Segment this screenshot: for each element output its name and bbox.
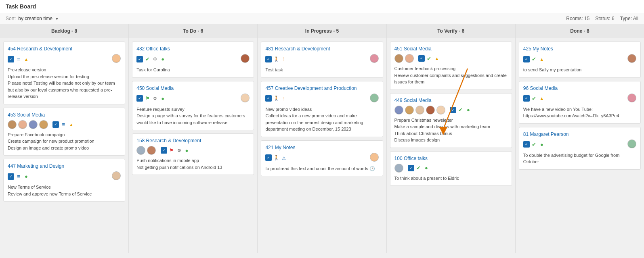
check-green-icon[interactable]: ✔: [531, 56, 537, 62]
card-icon-row: ✓🚶!: [265, 54, 378, 64]
card-title[interactable]: 421 My Notes: [265, 145, 378, 150]
card[interactable]: 457 Creative Development and Production✓…: [261, 81, 383, 137]
column-header-backlog: Backlog - 8: [0, 24, 128, 38]
checkbox-icon[interactable]: ✓: [136, 56, 143, 62]
gear-icon[interactable]: ⚙: [176, 147, 183, 154]
layers-icon[interactable]: ≡: [15, 56, 22, 62]
checkbox-icon[interactable]: ✓: [265, 56, 272, 62]
check-green-icon[interactable]: ✔: [531, 95, 537, 102]
person-icon[interactable]: 🚶: [273, 56, 279, 62]
card-icon-row: ✓🚶!: [265, 94, 378, 104]
status-icons: ✓⚑⚙●: [136, 95, 239, 102]
circle-green-icon[interactable]: ●: [184, 147, 190, 154]
checkbox-icon[interactable]: ✓: [418, 55, 425, 62]
card[interactable]: 425 My Notes✓✔▲to send Sally my presenta…: [519, 42, 641, 78]
card[interactable]: 482 Office talks✓✔⚙●Task for Carolina: [132, 42, 254, 78]
card-title[interactable]: 454 Research & Development: [8, 46, 121, 52]
check-green-icon[interactable]: ✔: [426, 55, 432, 62]
checkbox-icon[interactable]: ✓: [523, 95, 530, 102]
card[interactable]: 451 Social Media ✓✔▲Customer feedback pr…: [390, 42, 512, 90]
chevron-down-icon[interactable]: ▼: [55, 17, 59, 21]
triangle-yellow-icon[interactable]: ▲: [539, 95, 545, 102]
avatar: [241, 54, 250, 63]
card[interactable]: 449 Social Media ✓✔●Prepare Christmas ne…: [390, 93, 512, 148]
person-icon[interactable]: 🚶: [273, 154, 279, 161]
column-body-toverify: 451 Social Media ✓✔▲Customer feedback pr…: [387, 38, 515, 253]
triangle-yellow-icon[interactable]: ▲: [539, 56, 545, 62]
card-text: Feature requests survey Design a page wi…: [136, 106, 250, 126]
checkbox-icon[interactable]: ✓: [523, 56, 530, 62]
checkbox-icon[interactable]: ✓: [450, 107, 456, 113]
triangle-yellow-icon[interactable]: ▲: [68, 121, 74, 128]
checkbox-icon[interactable]: ✓: [265, 154, 272, 161]
card[interactable]: 81 Margaret Pearson✓✔●To double the adve…: [519, 127, 641, 170]
layers-icon[interactable]: ≡: [15, 173, 22, 180]
card-text: Pre-release version Upload the pre-relea…: [8, 67, 121, 100]
checkbox-icon[interactable]: ✓: [52, 121, 59, 128]
circle-green-icon[interactable]: ●: [539, 141, 545, 148]
status-icons: ✓✔●: [523, 141, 626, 148]
status-icons: ✓✔●: [450, 107, 508, 113]
card-title[interactable]: 96 Social Media: [523, 85, 636, 91]
sort-value[interactable]: by creation time: [18, 16, 52, 21]
card-title[interactable]: 158 Research & Development: [136, 138, 250, 144]
flag-red-icon[interactable]: ⚑: [168, 147, 175, 154]
card-title[interactable]: 100 Office talks: [394, 156, 508, 161]
exclaim-icon[interactable]: !: [281, 95, 287, 102]
column-toverify: To Verify - 6451 Social Media ✓✔▲Custome…: [387, 24, 516, 253]
card-title[interactable]: 457 Creative Development and Production: [265, 85, 378, 91]
sort-label: Sort:: [6, 16, 16, 21]
card-title[interactable]: 449 Social Media: [394, 98, 508, 103]
avatar: [112, 171, 121, 180]
toolbar: Sort: by creation time ▼ Rooms: 15 Statu…: [0, 13, 644, 24]
card[interactable]: 447 Marketing and Design✓≡●New Terms of …: [3, 159, 125, 202]
gear-icon[interactable]: ⚙: [152, 95, 158, 102]
person-icon[interactable]: 🚶: [273, 95, 279, 102]
layers-icon[interactable]: ≡: [60, 121, 67, 128]
checkbox-icon[interactable]: ✓: [8, 173, 14, 180]
check-green-icon[interactable]: ✔: [457, 107, 464, 113]
card-title[interactable]: 482 Office talks: [136, 46, 250, 52]
card-text: to send Sally my presentation: [523, 67, 636, 73]
card-title[interactable]: 425 My Notes: [523, 46, 636, 52]
card[interactable]: 450 Social Media✓⚑⚙●Feature requests sur…: [132, 81, 254, 131]
triangle-outline-icon[interactable]: △: [281, 154, 287, 161]
checkbox-icon[interactable]: ✓: [523, 141, 530, 148]
avatar: [627, 54, 636, 64]
check-green-icon[interactable]: ✔: [531, 141, 537, 148]
card-title[interactable]: 81 Margaret Pearson: [523, 131, 636, 137]
card-title[interactable]: 447 Marketing and Design: [8, 163, 121, 169]
flag-green-icon[interactable]: ⚑: [144, 95, 151, 102]
card[interactable]: 453 Social Media ✓≡▲Prepare Facebook cam…: [3, 108, 125, 156]
card[interactable]: 481 Research & Development✓🚶!Test task: [261, 42, 383, 78]
checkbox-icon[interactable]: ✓: [161, 147, 167, 154]
triangle-yellow-icon[interactable]: ▲: [23, 56, 29, 62]
gear-icon[interactable]: ⚙: [152, 56, 158, 62]
circle-green-icon[interactable]: ●: [23, 173, 29, 180]
card[interactable]: 96 Social Media✓✔▲We have a new video on…: [519, 81, 641, 124]
avatar: [627, 94, 636, 104]
circle-green-icon[interactable]: ●: [159, 56, 166, 62]
checkbox-icon[interactable]: ✓: [265, 95, 272, 102]
avatar: [136, 146, 145, 155]
triangle-yellow-icon[interactable]: ▲: [434, 55, 440, 62]
status-icons: ✓✔⚙●: [136, 56, 239, 62]
checkbox-icon[interactable]: ✓: [8, 56, 14, 62]
exclaim-icon[interactable]: !: [281, 56, 287, 62]
card[interactable]: 158 Research & Development ✓⚑⚙●Push noti…: [132, 133, 254, 175]
circle-green-icon[interactable]: ●: [159, 95, 166, 102]
circle-green-icon[interactable]: ●: [465, 107, 472, 113]
card-title[interactable]: 481 Research & Development: [265, 46, 378, 52]
check-green-icon[interactable]: ✔: [415, 165, 422, 171]
card-title[interactable]: 451 Social Media: [394, 46, 508, 52]
checkbox-icon[interactable]: ✓: [136, 95, 143, 102]
card-icon-row: ✓✔●: [394, 106, 508, 114]
card[interactable]: 100 Office talks ✓✔●To think about a pre…: [390, 151, 512, 186]
card-title[interactable]: 450 Social Media: [136, 85, 250, 91]
checkbox-icon[interactable]: ✓: [408, 165, 414, 171]
card[interactable]: 421 My Notes✓🚶△to proofread this text an…: [261, 140, 383, 177]
circle-green-icon[interactable]: ●: [423, 165, 430, 171]
card-title[interactable]: 453 Social Media: [8, 112, 121, 118]
card[interactable]: 454 Research & Development✓≡▲Pre-release…: [3, 42, 125, 104]
check-green-icon[interactable]: ✔: [144, 56, 151, 62]
